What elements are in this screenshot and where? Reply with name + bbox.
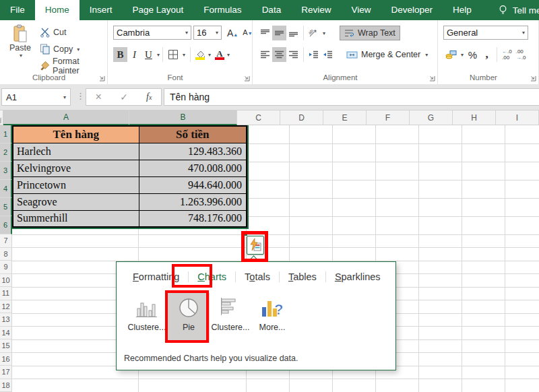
row-header[interactable]: 12 xyxy=(0,300,12,314)
underline-button[interactable]: U xyxy=(141,47,156,62)
increase-font-button[interactable]: A▲ xyxy=(226,28,239,38)
paste-button[interactable]: Paste ▾ xyxy=(5,24,35,59)
percent-style-button[interactable]: % xyxy=(466,47,480,62)
font-name-select[interactable]: Cambria ▾ xyxy=(113,26,191,40)
increase-decimal-button[interactable]: ←.0.00 xyxy=(500,48,514,61)
column-header[interactable]: D xyxy=(280,110,323,125)
align-bottom-button[interactable] xyxy=(286,26,300,40)
decrease-font-button[interactable]: A▼ xyxy=(241,28,253,37)
tell-me-box[interactable]: Tell me what you want xyxy=(498,0,539,20)
table-cell[interactable]: Seagrove xyxy=(13,193,139,210)
ribbon-tab[interactable]: Review xyxy=(291,0,341,20)
cut-button[interactable]: Cut xyxy=(38,24,107,40)
table-cell[interactable]: Harlech xyxy=(13,143,139,160)
merge-center-button[interactable]: Merge & Center ▾ xyxy=(344,47,430,62)
table-cell[interactable]: Kelvingrove xyxy=(13,160,139,176)
row-header[interactable]: 10 xyxy=(0,274,12,288)
table-cell[interactable]: 470.008.000 xyxy=(139,160,247,176)
font-color-button[interactable]: A xyxy=(214,48,226,61)
row-header[interactable]: 5 xyxy=(0,198,12,216)
wrap-text-button[interactable]: Wrap Text xyxy=(340,26,400,40)
row-header[interactable]: 3 xyxy=(0,162,12,180)
formula-bar-handle[interactable]: ⋮ xyxy=(76,91,85,101)
font-size-select[interactable]: 16 ▾ xyxy=(193,26,222,40)
row-header[interactable]: 18 xyxy=(0,379,12,392)
italic-button[interactable]: I xyxy=(127,47,141,62)
row-header[interactable]: 17 xyxy=(0,366,12,379)
align-right-button[interactable] xyxy=(286,47,300,62)
quick-analysis-tab[interactable]: Sparklines xyxy=(325,271,389,282)
align-left-button[interactable] xyxy=(258,47,272,62)
row-header[interactable]: 4 xyxy=(0,180,12,198)
align-middle-button[interactable] xyxy=(272,26,286,40)
ribbon-tab[interactable]: Insert xyxy=(80,0,123,20)
row-header[interactable]: 15 xyxy=(0,339,12,353)
dialog-launcher-icon[interactable] xyxy=(98,75,105,81)
ribbon-tab[interactable]: Data xyxy=(252,0,292,20)
grid-cells[interactable]: Tên hàngSố tiền Harlech 129.483.360 Kelv… xyxy=(12,125,539,392)
table-cell[interactable]: 1.263.996.000 xyxy=(139,193,247,210)
row-header[interactable]: 13 xyxy=(0,313,12,327)
row-header[interactable]: 7 xyxy=(0,234,12,248)
row-header[interactable]: 14 xyxy=(0,327,12,340)
increase-indent-button[interactable] xyxy=(321,47,335,62)
quick-analysis-tab[interactable]: Formatting xyxy=(124,271,188,282)
ribbon-tab[interactable]: Help xyxy=(443,0,482,20)
column-header[interactable]: B xyxy=(129,110,237,125)
table-cell[interactable]: Princetown xyxy=(13,176,139,193)
accounting-format-button[interactable]: ▾ xyxy=(443,48,466,61)
column-header[interactable]: E xyxy=(323,110,367,125)
table-cell[interactable]: 129.483.360 xyxy=(139,143,247,160)
clustered-bar-option[interactable]: Clustere... xyxy=(210,293,251,343)
row-header[interactable]: 8 xyxy=(0,248,12,261)
comma-style-button[interactable]: , xyxy=(480,47,494,62)
row-header[interactable]: 9 xyxy=(0,261,12,274)
column-header[interactable]: F xyxy=(367,110,410,125)
name-box[interactable]: A1 ▾ xyxy=(1,88,71,106)
clustered-column-option[interactable]: Clustere... xyxy=(126,293,168,343)
ribbon-tab[interactable]: Page Layout xyxy=(123,0,194,20)
quick-analysis-tab[interactable]: Charts xyxy=(188,271,235,282)
decrease-decimal-button[interactable]: .00→.0 xyxy=(514,48,528,61)
row-header[interactable]: 16 xyxy=(0,353,12,366)
table-header-cell[interactable]: Tên hàng xyxy=(13,126,139,143)
align-center-button[interactable] xyxy=(272,47,286,62)
table-cell[interactable]: 944.640.000 xyxy=(139,176,247,193)
row-header[interactable]: 6 xyxy=(0,216,12,234)
copy-button[interactable]: Copy ▾ xyxy=(38,41,107,57)
enter-icon[interactable]: ✓ xyxy=(120,92,128,102)
row-header[interactable]: 11 xyxy=(0,287,12,300)
insert-function-icon[interactable]: fx xyxy=(146,92,152,102)
column-header[interactable]: H xyxy=(453,110,496,125)
align-top-button[interactable] xyxy=(258,26,272,40)
column-header[interactable]: I xyxy=(496,110,539,125)
borders-button[interactable]: ▾ xyxy=(166,48,187,61)
decrease-indent-button[interactable] xyxy=(307,47,321,62)
quick-analysis-tab[interactable]: Tables xyxy=(279,271,325,282)
bold-button[interactable]: B xyxy=(113,47,127,62)
fill-color-button[interactable] xyxy=(193,49,207,61)
more-charts-option[interactable]: ? More... xyxy=(251,293,293,343)
ribbon-tab[interactable]: Formulas xyxy=(193,0,251,20)
column-header[interactable]: G xyxy=(410,110,453,125)
pie-option[interactable]: Pie xyxy=(168,293,210,343)
cancel-icon[interactable]: × xyxy=(96,91,102,103)
dialog-launcher-icon[interactable] xyxy=(429,75,435,81)
dialog-launcher-icon[interactable] xyxy=(530,75,536,81)
orientation-button[interactable]: ab ▾ xyxy=(307,27,327,39)
dialog-launcher-icon[interactable] xyxy=(243,75,250,81)
number-format-select[interactable]: General ▾ xyxy=(443,26,528,40)
format-painter-button[interactable]: Format Painter xyxy=(38,58,107,74)
table-header-cell[interactable]: Số tiền xyxy=(139,126,247,143)
column-header[interactable]: C xyxy=(237,110,280,125)
row-header[interactable]: 1 xyxy=(0,125,12,143)
ribbon-tab[interactable]: Developer xyxy=(381,0,443,20)
quick-analysis-tab[interactable]: Totals xyxy=(235,271,279,282)
ribbon-tab[interactable]: File xyxy=(0,0,35,20)
column-header[interactable]: A xyxy=(3,110,129,125)
quick-analysis-button[interactable] xyxy=(247,236,264,255)
select-all-corner[interactable] xyxy=(0,110,3,125)
table-cell[interactable]: 748.176.000 xyxy=(139,210,247,227)
table-cell[interactable]: Summerhill xyxy=(13,210,139,227)
formula-input[interactable]: Tên hàng xyxy=(164,88,539,106)
